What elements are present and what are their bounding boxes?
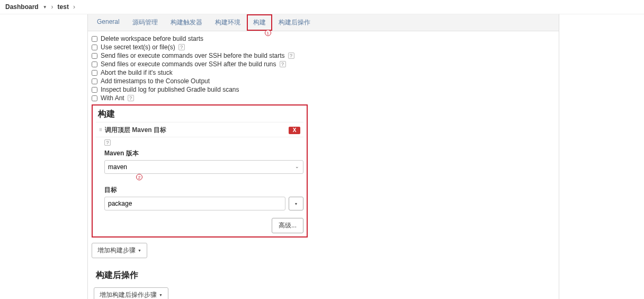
chevron-right-icon: › [72, 3, 76, 11]
build-step-header: ⠿ 调用顶层 Maven 目标 X [96, 124, 303, 137]
chk-with-ant[interactable] [92, 95, 97, 101]
tab-build[interactable]: 构建 1 [247, 14, 272, 31]
tab-scm[interactable]: 源码管理 [126, 14, 164, 31]
chevron-down-icon: ▼ [159, 293, 163, 297]
build-step-title: 调用顶层 Maven 目标 [105, 126, 166, 135]
help-icon[interactable]: ? [178, 44, 185, 50]
chevron-right-icon: › [50, 3, 55, 11]
annotation-badge-2: 2 [136, 174, 142, 180]
chk-gradle-scan[interactable] [92, 87, 97, 93]
help-icon[interactable]: ? [104, 139, 111, 146]
add-build-step-button[interactable]: 增加构建步骤▼ [92, 243, 147, 258]
delete-step-button[interactable]: X [289, 127, 300, 134]
chk-label: Send files or execute commands over SSH … [101, 52, 285, 59]
drag-handle-icon[interactable]: ⠿ [99, 128, 102, 133]
chevron-down-icon: ▼ [43, 5, 47, 10]
tab-post-build[interactable]: 构建后操作 [272, 14, 317, 31]
chk-label: Abort the build if it's stuck [101, 69, 173, 76]
config-panel: General 源码管理 构建触发器 构建环境 构建 1 构建后操作 Delet… [87, 14, 559, 299]
chk-ssh-before[interactable] [92, 53, 97, 59]
build-section-title: 构建 [96, 109, 303, 122]
targets-input[interactable] [104, 197, 285, 210]
chk-label: Use secret text(s) or file(s) [101, 43, 175, 51]
chk-delete-workspace[interactable] [92, 36, 97, 42]
build-section-highlighted: 构建 ⠿ 调用顶层 Maven 目标 X ? Maven 版本 maven ⌄ … [92, 104, 308, 238]
targets-label: 目标 [104, 186, 303, 195]
chk-label: With Ant [101, 94, 124, 102]
config-tabs: General 源码管理 构建触发器 构建环境 构建 1 构建后操作 [88, 14, 559, 31]
chk-ssh-after[interactable] [92, 61, 97, 67]
chevron-down-icon: ▼ [138, 249, 141, 252]
breadcrumb-bar: Dashboard ▼ › test › [0, 0, 644, 14]
annotation-badge-1: 1 [265, 30, 271, 36]
breadcrumb-item[interactable]: test [58, 3, 69, 11]
help-icon[interactable]: ? [280, 61, 286, 67]
post-build-section-title: 构建后操作 [94, 270, 553, 283]
tab-general[interactable]: General [91, 14, 126, 31]
chk-abort-stuck[interactable] [92, 70, 97, 76]
help-icon[interactable]: ? [128, 95, 134, 101]
chk-timestamps[interactable] [92, 78, 97, 84]
tab-build-env[interactable]: 构建环境 [209, 14, 247, 31]
maven-version-select[interactable]: maven [104, 160, 303, 174]
chk-label: Send files or execute commands over SSH … [101, 60, 276, 68]
advanced-button[interactable]: 高级... [272, 218, 303, 233]
tab-triggers[interactable]: 构建触发器 [164, 14, 209, 31]
maven-version-label: Maven 版本 [104, 149, 303, 158]
dropdown-toggle-button[interactable]: ▼ [289, 197, 303, 210]
chk-label: Delete workspace before build starts [101, 35, 203, 42]
breadcrumb-root[interactable]: Dashboard [5, 3, 39, 11]
chk-use-secret[interactable] [92, 45, 97, 50]
add-post-build-step-button[interactable]: 增加构建后操作步骤▼ [94, 287, 168, 299]
chk-label: Inspect build log for published Gradle b… [101, 86, 239, 93]
chk-label: Add timestamps to the Console Output [101, 77, 210, 85]
help-icon[interactable]: ? [288, 52, 294, 59]
